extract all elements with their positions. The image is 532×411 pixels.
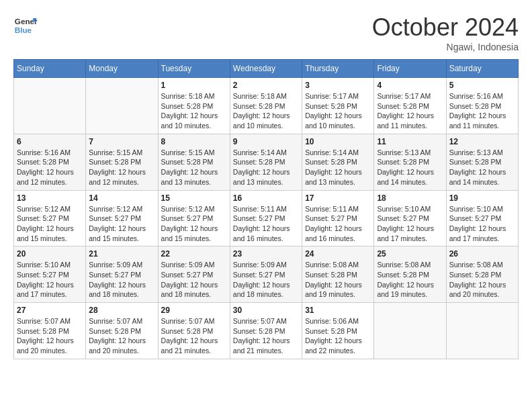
day-info: Sunrise: 5:08 AM Sunset: 5:28 PM Dayligh…: [377, 260, 443, 300]
day-number: 25: [377, 249, 443, 259]
day-info: Sunrise: 5:10 AM Sunset: 5:27 PM Dayligh…: [449, 204, 515, 244]
day-info: Sunrise: 5:11 AM Sunset: 5:27 PM Dayligh…: [305, 204, 371, 244]
calendar-cell: 15Sunrise: 5:12 AM Sunset: 5:27 PM Dayli…: [158, 190, 230, 246]
day-number: 1: [161, 81, 227, 90]
day-info: Sunrise: 5:16 AM Sunset: 5:28 PM Dayligh…: [449, 91, 515, 131]
calendar-cell: 8Sunrise: 5:15 AM Sunset: 5:28 PM Daylig…: [158, 134, 230, 190]
calendar-cell: 13Sunrise: 5:12 AM Sunset: 5:27 PM Dayli…: [14, 190, 86, 246]
calendar-week-row: 13Sunrise: 5:12 AM Sunset: 5:27 PM Dayli…: [14, 190, 519, 246]
day-info: Sunrise: 5:08 AM Sunset: 5:28 PM Dayligh…: [305, 260, 371, 300]
day-number: 9: [233, 137, 299, 146]
day-number: 18: [377, 193, 443, 203]
calendar-cell: 29Sunrise: 5:07 AM Sunset: 5:28 PM Dayli…: [158, 303, 230, 359]
day-number: 3: [305, 81, 371, 90]
day-info: Sunrise: 5:11 AM Sunset: 5:27 PM Dayligh…: [233, 204, 299, 244]
weekday-header: Thursday: [302, 60, 374, 78]
day-number: 7: [89, 137, 154, 146]
day-info: Sunrise: 5:07 AM Sunset: 5:28 PM Dayligh…: [233, 316, 299, 356]
calendar-cell: [446, 303, 518, 359]
calendar-cell: [374, 303, 446, 359]
day-number: 12: [449, 137, 515, 146]
day-number: 10: [305, 137, 371, 146]
day-info: Sunrise: 5:07 AM Sunset: 5:28 PM Dayligh…: [89, 316, 154, 356]
calendar-cell: 17Sunrise: 5:11 AM Sunset: 5:27 PM Dayli…: [302, 190, 374, 246]
day-number: 17: [305, 193, 371, 203]
day-number: 19: [449, 193, 515, 203]
calendar-cell: 1Sunrise: 5:18 AM Sunset: 5:28 PM Daylig…: [158, 78, 230, 134]
weekday-header: Saturday: [446, 60, 518, 78]
day-number: 27: [17, 306, 83, 315]
calendar-cell: 23Sunrise: 5:09 AM Sunset: 5:27 PM Dayli…: [230, 246, 302, 303]
day-number: 21: [89, 249, 154, 259]
page-header: General Blue October 2024 Ngawi, Indones…: [13, 13, 519, 52]
calendar-cell: 10Sunrise: 5:14 AM Sunset: 5:28 PM Dayli…: [302, 134, 374, 190]
month-title: October 2024: [372, 13, 519, 42]
day-number: 24: [305, 249, 371, 259]
weekday-header: Tuesday: [158, 60, 230, 78]
day-number: 14: [89, 193, 154, 203]
calendar-cell: 2Sunrise: 5:18 AM Sunset: 5:28 PM Daylig…: [230, 78, 302, 134]
day-number: 6: [17, 137, 83, 146]
day-info: Sunrise: 5:13 AM Sunset: 5:28 PM Dayligh…: [449, 148, 515, 187]
calendar-cell: 6Sunrise: 5:16 AM Sunset: 5:28 PM Daylig…: [14, 134, 86, 190]
day-info: Sunrise: 5:14 AM Sunset: 5:28 PM Dayligh…: [233, 148, 299, 187]
day-info: Sunrise: 5:17 AM Sunset: 5:28 PM Dayligh…: [305, 91, 371, 131]
day-info: Sunrise: 5:12 AM Sunset: 5:27 PM Dayligh…: [17, 204, 83, 244]
day-info: Sunrise: 5:09 AM Sunset: 5:27 PM Dayligh…: [161, 260, 227, 300]
location: Ngawi, Indonesia: [372, 42, 519, 52]
calendar-cell: [14, 78, 86, 134]
day-info: Sunrise: 5:13 AM Sunset: 5:28 PM Dayligh…: [377, 148, 443, 187]
calendar-cell: 12Sunrise: 5:13 AM Sunset: 5:28 PM Dayli…: [446, 134, 518, 190]
day-info: Sunrise: 5:16 AM Sunset: 5:28 PM Dayligh…: [17, 148, 83, 187]
calendar-table: SundayMondayTuesdayWednesdayThursdayFrid…: [13, 59, 519, 359]
day-number: 4: [377, 81, 443, 90]
day-info: Sunrise: 5:06 AM Sunset: 5:28 PM Dayligh…: [305, 316, 371, 356]
calendar-cell: 4Sunrise: 5:17 AM Sunset: 5:28 PM Daylig…: [374, 78, 446, 134]
day-number: 8: [161, 137, 227, 146]
day-number: 30: [233, 306, 299, 315]
calendar-cell: 26Sunrise: 5:08 AM Sunset: 5:28 PM Dayli…: [446, 246, 518, 303]
calendar-cell: 9Sunrise: 5:14 AM Sunset: 5:28 PM Daylig…: [230, 134, 302, 190]
day-info: Sunrise: 5:08 AM Sunset: 5:28 PM Dayligh…: [449, 260, 515, 300]
weekday-header-row: SundayMondayTuesdayWednesdayThursdayFrid…: [14, 60, 519, 78]
day-info: Sunrise: 5:14 AM Sunset: 5:28 PM Dayligh…: [305, 148, 371, 187]
logo: General Blue: [13, 13, 38, 38]
calendar-cell: 27Sunrise: 5:07 AM Sunset: 5:28 PM Dayli…: [14, 303, 86, 359]
svg-text:Blue: Blue: [15, 26, 32, 34]
day-info: Sunrise: 5:12 AM Sunset: 5:27 PM Dayligh…: [161, 204, 227, 244]
weekday-header: Friday: [374, 60, 446, 78]
day-number: 15: [161, 193, 227, 203]
day-number: 31: [305, 306, 371, 315]
calendar-week-row: 1Sunrise: 5:18 AM Sunset: 5:28 PM Daylig…: [14, 78, 519, 134]
day-number: 11: [377, 137, 443, 146]
calendar-cell: 30Sunrise: 5:07 AM Sunset: 5:28 PM Dayli…: [230, 303, 302, 359]
weekday-header: Sunday: [14, 60, 86, 78]
day-info: Sunrise: 5:18 AM Sunset: 5:28 PM Dayligh…: [161, 91, 227, 131]
day-number: 22: [161, 249, 227, 259]
weekday-header: Wednesday: [230, 60, 302, 78]
calendar-cell: 24Sunrise: 5:08 AM Sunset: 5:28 PM Dayli…: [302, 246, 374, 303]
day-info: Sunrise: 5:18 AM Sunset: 5:28 PM Dayligh…: [233, 91, 299, 131]
calendar-cell: 11Sunrise: 5:13 AM Sunset: 5:28 PM Dayli…: [374, 134, 446, 190]
calendar-cell: 22Sunrise: 5:09 AM Sunset: 5:27 PM Dayli…: [158, 246, 230, 303]
day-number: 2: [233, 81, 299, 90]
calendar-cell: 16Sunrise: 5:11 AM Sunset: 5:27 PM Dayli…: [230, 190, 302, 246]
calendar-cell: 5Sunrise: 5:16 AM Sunset: 5:28 PM Daylig…: [446, 78, 518, 134]
calendar-week-row: 20Sunrise: 5:10 AM Sunset: 5:27 PM Dayli…: [14, 246, 519, 303]
day-info: Sunrise: 5:15 AM Sunset: 5:28 PM Dayligh…: [89, 148, 154, 187]
calendar-cell: 20Sunrise: 5:10 AM Sunset: 5:27 PM Dayli…: [14, 246, 86, 303]
weekday-header: Monday: [86, 60, 158, 78]
day-info: Sunrise: 5:10 AM Sunset: 5:27 PM Dayligh…: [17, 260, 83, 300]
day-number: 13: [17, 193, 83, 203]
day-info: Sunrise: 5:12 AM Sunset: 5:27 PM Dayligh…: [89, 204, 154, 244]
day-number: 16: [233, 193, 299, 203]
calendar-cell: 3Sunrise: 5:17 AM Sunset: 5:28 PM Daylig…: [302, 78, 374, 134]
calendar-cell: 28Sunrise: 5:07 AM Sunset: 5:28 PM Dayli…: [86, 303, 158, 359]
calendar-cell: 25Sunrise: 5:08 AM Sunset: 5:28 PM Dayli…: [374, 246, 446, 303]
calendar-cell: 21Sunrise: 5:09 AM Sunset: 5:27 PM Dayli…: [86, 246, 158, 303]
calendar-cell: 31Sunrise: 5:06 AM Sunset: 5:28 PM Dayli…: [302, 303, 374, 359]
logo-icon: General Blue: [13, 13, 38, 38]
calendar-cell: 7Sunrise: 5:15 AM Sunset: 5:28 PM Daylig…: [86, 134, 158, 190]
day-info: Sunrise: 5:10 AM Sunset: 5:27 PM Dayligh…: [377, 204, 443, 244]
calendar-cell: 14Sunrise: 5:12 AM Sunset: 5:27 PM Dayli…: [86, 190, 158, 246]
